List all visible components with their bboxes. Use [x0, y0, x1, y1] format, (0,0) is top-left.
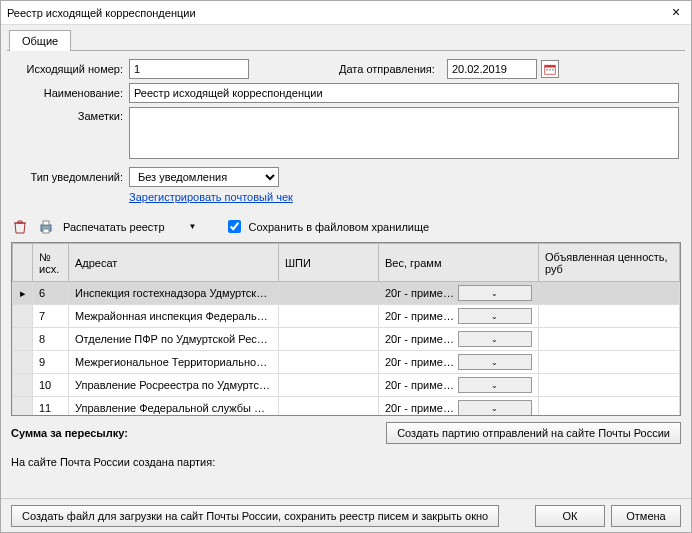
print-icon[interactable]: [37, 218, 55, 236]
delete-icon[interactable]: [11, 218, 29, 236]
print-registry-label[interactable]: Распечатать реестр: [63, 221, 165, 233]
cell-num: 10: [33, 374, 69, 397]
cell-addressee: Межрегиональное Территориальное у…: [69, 351, 279, 374]
cell-shpi: [279, 397, 379, 416]
save-in-storage-checkbox[interactable]: Сохранить в файловом хранилище: [224, 217, 429, 236]
cell-weight[interactable]: 20г - примерно 1-2 листа А4⌄: [379, 397, 539, 416]
chevron-down-icon[interactable]: ⌄: [458, 308, 533, 324]
svg-rect-7: [43, 229, 49, 233]
cell-num: 11: [33, 397, 69, 416]
register-postal-check-link[interactable]: Зарегистрировать почтовый чек: [129, 191, 293, 203]
cell-declared: [539, 282, 680, 305]
cell-shpi: [279, 282, 379, 305]
name-input[interactable]: [129, 83, 679, 103]
cell-declared: [539, 351, 680, 374]
row-header-col: [13, 244, 33, 282]
table-row[interactable]: 8Отделение ПФР по Удмуртской Республ…20г…: [13, 328, 680, 351]
notes-label: Заметки:: [13, 107, 129, 122]
cell-addressee: Межрайонная инспекция Федерально…: [69, 305, 279, 328]
cell-shpi: [279, 328, 379, 351]
close-icon[interactable]: ×: [667, 4, 685, 22]
cell-num: 9: [33, 351, 69, 374]
toolbar: Распечатать реестр ▼ Сохранить в файлово…: [1, 211, 691, 242]
row-indicator: ▸: [13, 282, 33, 305]
cell-shpi: [279, 305, 379, 328]
svg-rect-6: [43, 221, 49, 225]
outgoing-num-input[interactable]: [129, 59, 249, 79]
outgoing-num-label: Исходящий номер:: [13, 63, 129, 75]
cell-weight[interactable]: 20г - примерно 1-2 листа А4⌄: [379, 374, 539, 397]
col-declared[interactable]: Объявленная ценность, руб: [539, 244, 680, 282]
tab-general[interactable]: Общие: [9, 30, 71, 51]
chevron-down-icon[interactable]: ⌄: [458, 331, 533, 347]
cell-weight[interactable]: 20г - примерно 1-2 листа А4⌄: [379, 282, 539, 305]
cell-declared: [539, 305, 680, 328]
col-num[interactable]: № исх.: [33, 244, 69, 282]
cell-addressee: Управление Росреестра по Удмуртско…: [69, 374, 279, 397]
chevron-down-icon[interactable]: ⌄: [458, 377, 533, 393]
svg-rect-1: [545, 65, 556, 67]
tabstrip: Общие: [1, 29, 691, 50]
notif-type-label: Тип уведомлений:: [13, 171, 129, 183]
tab-body-general: Исходящий номер: Дата отправления: Наиме…: [7, 50, 685, 211]
name-label: Наименование:: [13, 87, 129, 99]
svg-rect-3: [549, 69, 551, 71]
table-row[interactable]: 10Управление Росреестра по Удмуртско…20г…: [13, 374, 680, 397]
table-row[interactable]: 9Межрегиональное Территориальное у…20г -…: [13, 351, 680, 374]
row-indicator: [13, 374, 33, 397]
col-shpi[interactable]: ШПИ: [279, 244, 379, 282]
row-indicator: [13, 397, 33, 416]
row-indicator: [13, 305, 33, 328]
notes-input[interactable]: [129, 107, 679, 159]
sum-row: Сумма за пересылку: Создать партию отпра…: [1, 416, 691, 450]
table-row[interactable]: 11Управление Федеральной службы Суд…20г …: [13, 397, 680, 416]
titlebar: Реестр исходящей корреспонденции ×: [1, 1, 691, 25]
cell-declared: [539, 328, 680, 351]
row-indicator: [13, 351, 33, 374]
svg-rect-4: [552, 69, 554, 71]
grid: № исх. Адресат ШПИ Вес, грамм Объявленна…: [11, 242, 681, 416]
row-indicator: [13, 328, 33, 351]
sum-label: Сумма за пересылку:: [11, 427, 386, 439]
svg-rect-2: [546, 69, 548, 71]
chevron-down-icon[interactable]: ⌄: [458, 354, 533, 370]
bottom-bar: Создать файл для загрузки на сайт Почты …: [1, 498, 691, 532]
cell-shpi: [279, 374, 379, 397]
save-in-storage-label: Сохранить в файловом хранилище: [248, 221, 429, 233]
table-row[interactable]: ▸6Инспекция гостехнадзора Удмуртской …20…: [13, 282, 680, 305]
dialog-window: Реестр исходящей корреспонденции × Общие…: [0, 0, 692, 533]
cancel-button[interactable]: Отмена: [611, 505, 681, 527]
create-batch-button[interactable]: Создать партию отправлений на сайте Почт…: [386, 422, 681, 444]
col-weight[interactable]: Вес, грамм: [379, 244, 539, 282]
window-title: Реестр исходящей корреспонденции: [7, 7, 667, 19]
cell-weight[interactable]: 20г - примерно 1-2 листа А4⌄: [379, 305, 539, 328]
cell-shpi: [279, 351, 379, 374]
ok-button[interactable]: ОК: [535, 505, 605, 527]
cell-addressee: Управление Федеральной службы Суд…: [69, 397, 279, 416]
cell-num: 7: [33, 305, 69, 328]
cell-addressee: Отделение ПФР по Удмуртской Республ…: [69, 328, 279, 351]
save-in-storage-input[interactable]: [228, 220, 241, 233]
cell-addressee: Инспекция гостехнадзора Удмуртской …: [69, 282, 279, 305]
create-file-close-button[interactable]: Создать файл для загрузки на сайт Почты …: [11, 505, 499, 527]
party-created-row: На сайте Почта России создана партия:: [1, 450, 691, 480]
cell-weight[interactable]: 20г - примерно 1-2 листа А4⌄: [379, 328, 539, 351]
col-addressee[interactable]: Адресат: [69, 244, 279, 282]
send-date-input[interactable]: [447, 59, 537, 79]
cell-weight[interactable]: 20г - примерно 1-2 листа А4⌄: [379, 351, 539, 374]
cell-num: 8: [33, 328, 69, 351]
notif-type-select[interactable]: Без уведомления: [129, 167, 279, 187]
chevron-down-icon[interactable]: ⌄: [458, 400, 533, 415]
print-dropdown-icon[interactable]: ▼: [189, 222, 197, 231]
table-row[interactable]: 7Межрайонная инспекция Федерально…20г - …: [13, 305, 680, 328]
send-date-label: Дата отправления:: [339, 63, 441, 75]
chevron-down-icon[interactable]: ⌄: [458, 285, 533, 301]
party-created-label: На сайте Почта России создана партия:: [11, 456, 215, 468]
cell-declared: [539, 374, 680, 397]
grid-scroll[interactable]: № исх. Адресат ШПИ Вес, грамм Объявленна…: [12, 243, 680, 415]
cell-declared: [539, 397, 680, 416]
calendar-icon[interactable]: [541, 60, 559, 78]
cell-num: 6: [33, 282, 69, 305]
